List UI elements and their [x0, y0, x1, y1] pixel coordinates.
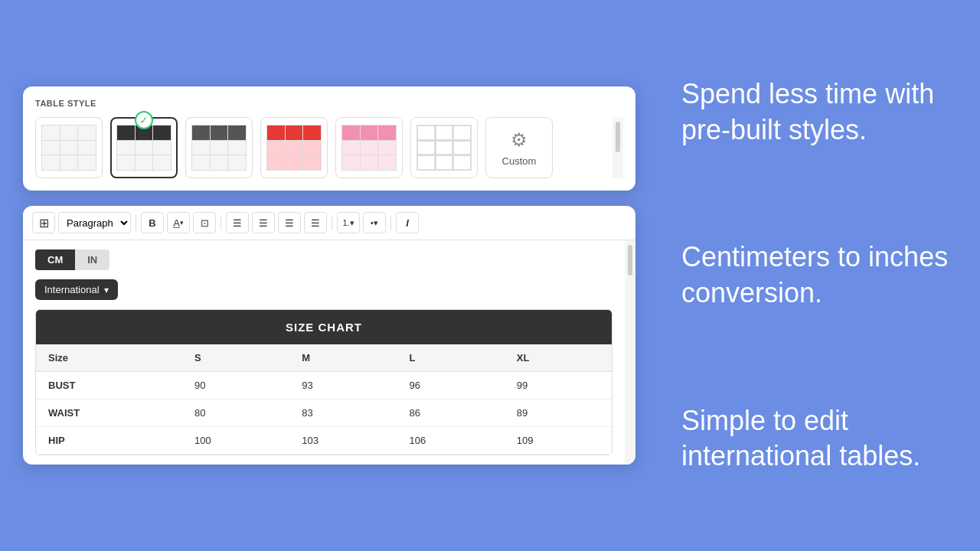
promo-text-1: Spend less time with pre-built styles. [681, 77, 957, 148]
align-justify-button[interactable]: ☰ [304, 212, 327, 233]
custom-label: Custom [502, 155, 537, 167]
chevron-down-icon: ▾ [180, 219, 184, 227]
promo-text-2: Centimeters to inches conversion. [681, 240, 957, 311]
align-center-button[interactable]: ☰ [252, 212, 275, 233]
style4-preview [266, 125, 322, 171]
italic-button[interactable]: I [396, 212, 419, 233]
row-bust-s: 90 [182, 372, 289, 399]
header-size: Size [36, 344, 182, 372]
row-hip-m: 103 [289, 427, 397, 455]
size-chart-table: Size S M L XL BUST 90 93 [36, 344, 612, 455]
image-button[interactable]: ⊡ [193, 212, 216, 233]
editor-body-container: CM IN International SIZE CHART Size S M … [23, 240, 635, 465]
row-waist-m: 83 [289, 399, 397, 427]
header-xl: XL [505, 344, 612, 372]
toolbar-separator-4 [390, 215, 391, 230]
table-row: HIP 100 103 106 109 [36, 427, 612, 455]
style-options-container: ✓ [35, 117, 623, 178]
paragraph-select[interactable]: Paragraph [58, 212, 131, 233]
style-option-outline[interactable] [410, 117, 478, 178]
bottom-scrollbar-thumb [628, 245, 632, 276]
gear-icon: ⚙ [511, 129, 528, 151]
row-bust-l: 96 [397, 372, 505, 399]
top-scrollbar[interactable] [612, 117, 623, 178]
left-panel: TABLE STYLE ✓ [0, 0, 658, 551]
right-panel: Spend less time with pre-built styles. C… [658, 0, 980, 551]
editor-card: ⊞ Paragraph B A ▾ ⊡ ☰ ☰ ☰ ☰ 1.▾ •▾ I [23, 206, 635, 465]
header-s: S [182, 344, 289, 372]
style-option-custom[interactable]: ⚙ Custom [485, 117, 553, 178]
table-row: WAIST 80 83 86 89 [36, 399, 612, 427]
row-waist-l: 86 [397, 399, 505, 427]
align-left-button[interactable]: ☰ [226, 212, 249, 233]
size-chart-wrapper: SIZE CHART Size S M L XL [35, 309, 612, 455]
selected-check-icon: ✓ [135, 111, 153, 129]
row-waist-s: 80 [182, 399, 289, 427]
custom-option-content: ⚙ Custom [502, 129, 537, 167]
toolbar-separator-3 [332, 215, 332, 230]
top-scrollbar-thumb [616, 122, 620, 152]
style-option-gray[interactable] [185, 117, 253, 178]
row-hip-l: 106 [397, 427, 505, 455]
table-style-card: TABLE STYLE ✓ [23, 86, 635, 191]
region-select-button[interactable]: International [35, 279, 118, 300]
table-button[interactable]: ⊞ [32, 212, 55, 233]
promo-text-3: Simple to edit international tables. [681, 403, 957, 475]
table-style-heading: TABLE STYLE [35, 99, 623, 108]
header-l: L [397, 344, 505, 372]
style2-preview [116, 125, 172, 171]
row-hip-label: HIP [36, 427, 182, 455]
row-bust-xl: 99 [505, 372, 612, 399]
cell [42, 126, 60, 140]
row-waist-label: WAIST [36, 399, 182, 427]
toolbar-separator-1 [136, 215, 136, 230]
style-options-scroll: ✓ [35, 117, 612, 178]
style-option-pink[interactable] [335, 117, 403, 178]
in-button[interactable]: IN [75, 249, 109, 270]
cm-button[interactable]: CM [35, 249, 75, 270]
align-right-button[interactable]: ☰ [278, 212, 301, 233]
header-m: M [289, 344, 397, 372]
row-hip-s: 100 [182, 427, 289, 455]
bold-button[interactable]: B [141, 212, 164, 233]
table-header-row: Size S M L XL [36, 344, 612, 372]
bottom-scrollbar[interactable] [625, 240, 635, 465]
ordered-list-button[interactable]: 1.▾ [337, 212, 360, 233]
style-options-row: ✓ [35, 117, 612, 178]
style6-preview [416, 125, 472, 171]
toolbar-separator-2 [220, 215, 221, 230]
editor-body: CM IN International SIZE CHART Size S M … [23, 240, 625, 465]
style1-preview [41, 125, 96, 171]
unordered-list-button[interactable]: •▾ [363, 212, 386, 233]
row-hip-xl: 109 [505, 427, 612, 455]
size-chart-title: SIZE CHART [36, 310, 612, 344]
font-color-label: A [173, 217, 180, 229]
row-waist-xl: 89 [505, 399, 612, 427]
row-bust-m: 93 [289, 372, 397, 399]
style-option-red[interactable] [260, 117, 328, 178]
unit-toggle: CM IN [35, 249, 612, 270]
style5-preview [341, 125, 397, 171]
style-option-dark[interactable]: ✓ [110, 117, 178, 178]
style3-preview [191, 125, 247, 171]
editor-toolbar: ⊞ Paragraph B A ▾ ⊡ ☰ ☰ ☰ ☰ 1.▾ •▾ I [23, 206, 635, 240]
style-option-plain[interactable] [35, 117, 103, 178]
row-bust-label: BUST [36, 372, 182, 399]
table-row: BUST 90 93 96 99 [36, 372, 612, 399]
font-color-button[interactable]: A ▾ [167, 212, 190, 233]
